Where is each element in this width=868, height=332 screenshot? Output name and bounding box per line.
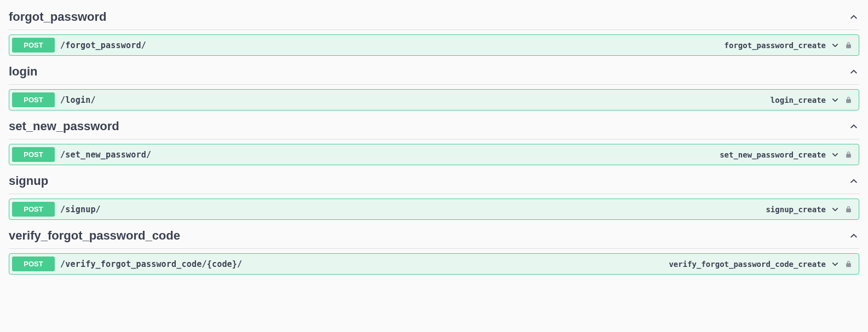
tag-header[interactable]: signup: [9, 170, 859, 194]
endpoint-path: /forgot_password/: [60, 40, 725, 50]
operation-block[interactable]: POST/set_new_password/set_new_password_c…: [9, 144, 859, 165]
chevron-up-icon[interactable]: [848, 176, 859, 187]
tag-header[interactable]: verify_forgot_password_code: [9, 224, 859, 249]
tag-title: set_new_password: [9, 119, 119, 133]
operation-controls: signup_create: [766, 205, 853, 214]
chevron-down-icon[interactable]: [830, 259, 840, 269]
method-badge: POST: [12, 92, 55, 107]
method-badge: POST: [12, 257, 55, 271]
chevron-down-icon[interactable]: [830, 150, 840, 160]
tag-section: signupPOST/signup/signup_create: [9, 170, 859, 220]
operation-block[interactable]: POST/forgot_password/forgot_password_cre…: [9, 34, 859, 56]
lock-icon[interactable]: [843, 259, 853, 269]
method-badge: POST: [12, 38, 55, 53]
endpoint-path: /login/: [60, 95, 771, 105]
tag-header[interactable]: login: [9, 60, 859, 85]
operation-block[interactable]: POST/verify_forgot_password_code/{code}/…: [9, 253, 859, 275]
operation-id: signup_create: [766, 205, 826, 214]
lock-icon[interactable]: [843, 40, 853, 50]
tag-section: forgot_passwordPOST/forgot_password/forg…: [9, 5, 859, 56]
endpoint-path: /verify_forgot_password_code/{code}/: [60, 259, 669, 269]
lock-icon[interactable]: [843, 150, 853, 160]
chevron-up-icon[interactable]: [848, 121, 859, 132]
tag-section: verify_forgot_password_codePOST/verify_f…: [9, 224, 859, 275]
tag-title: verify_forgot_password_code: [9, 229, 180, 243]
tag-header[interactable]: set_new_password: [9, 115, 859, 139]
chevron-up-icon[interactable]: [848, 11, 859, 22]
operation-id: verify_forgot_password_code_create: [669, 260, 826, 269]
method-badge: POST: [12, 202, 55, 217]
chevron-down-icon[interactable]: [830, 205, 840, 214]
operation-id: forgot_password_create: [725, 41, 826, 50]
lock-icon[interactable]: [843, 95, 853, 105]
operation-controls: login_create: [771, 95, 853, 105]
chevron-up-icon[interactable]: [848, 66, 859, 77]
endpoint-path: /signup/: [60, 205, 766, 214]
operation-block[interactable]: POST/signup/signup_create: [9, 199, 859, 220]
operation-controls: set_new_password_create: [720, 150, 853, 160]
endpoint-path: /set_new_password/: [60, 150, 720, 160]
chevron-up-icon[interactable]: [848, 230, 859, 241]
operation-controls: forgot_password_create: [725, 40, 853, 50]
tag-title: signup: [9, 174, 48, 188]
operation-block[interactable]: POST/login/login_create: [9, 89, 859, 110]
tag-title: login: [9, 65, 38, 79]
operation-controls: verify_forgot_password_code_create: [669, 259, 853, 269]
chevron-down-icon[interactable]: [830, 95, 840, 105]
tag-header[interactable]: forgot_password: [9, 5, 859, 30]
lock-icon[interactable]: [843, 205, 853, 214]
method-badge: POST: [12, 147, 55, 162]
operation-id: login_create: [771, 96, 826, 104]
tag-section: loginPOST/login/login_create: [9, 60, 859, 110]
tag-title: forgot_password: [9, 10, 106, 24]
chevron-down-icon[interactable]: [830, 40, 840, 50]
operation-id: set_new_password_create: [720, 150, 826, 159]
tag-section: set_new_passwordPOST/set_new_password/se…: [9, 115, 859, 165]
